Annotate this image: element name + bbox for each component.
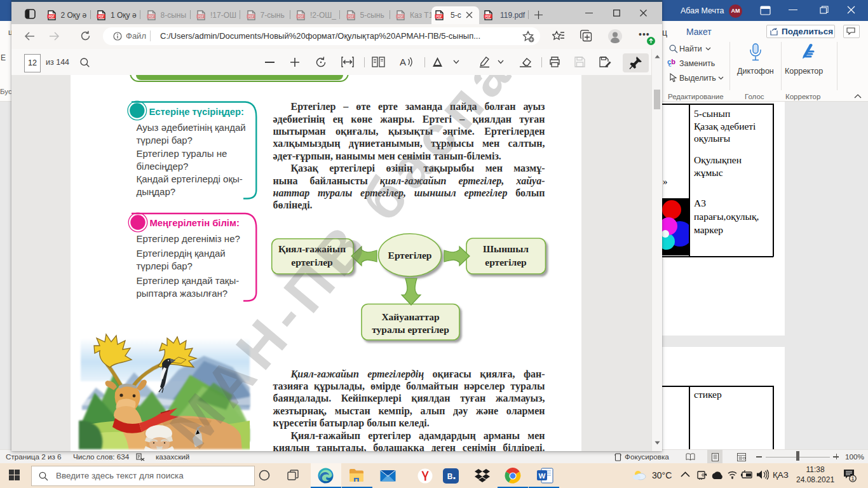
svg-text:PDF: PDF xyxy=(436,15,442,18)
svg-text:PDF: PDF xyxy=(348,15,353,18)
svg-text:1: 1 xyxy=(851,475,854,482)
svg-text:туралы ертегілер: туралы ертегілер xyxy=(372,324,449,335)
svg-text:PDF: PDF xyxy=(48,15,54,18)
svg-text:PDF: PDF xyxy=(297,15,303,18)
svg-text:В: В xyxy=(447,472,453,481)
svg-text:PDF: PDF xyxy=(485,15,491,18)
svg-text:W: W xyxy=(539,472,546,480)
svg-text:Хайуанаттар: Хайуанаттар xyxy=(381,311,439,322)
svg-text:PDF: PDF xyxy=(98,15,104,18)
svg-text:PDF: PDF xyxy=(148,15,154,18)
svg-text:Шыншыл: Шыншыл xyxy=(483,243,529,254)
svg-text:Ертегілер: Ертегілер xyxy=(388,250,432,261)
svg-text:PDF: PDF xyxy=(397,15,403,18)
svg-text:ертегілер: ертегілер xyxy=(485,257,526,268)
svg-text:A: A xyxy=(400,57,406,67)
svg-text:PDF: PDF xyxy=(248,15,254,18)
svg-text:PDF: PDF xyxy=(198,15,203,18)
